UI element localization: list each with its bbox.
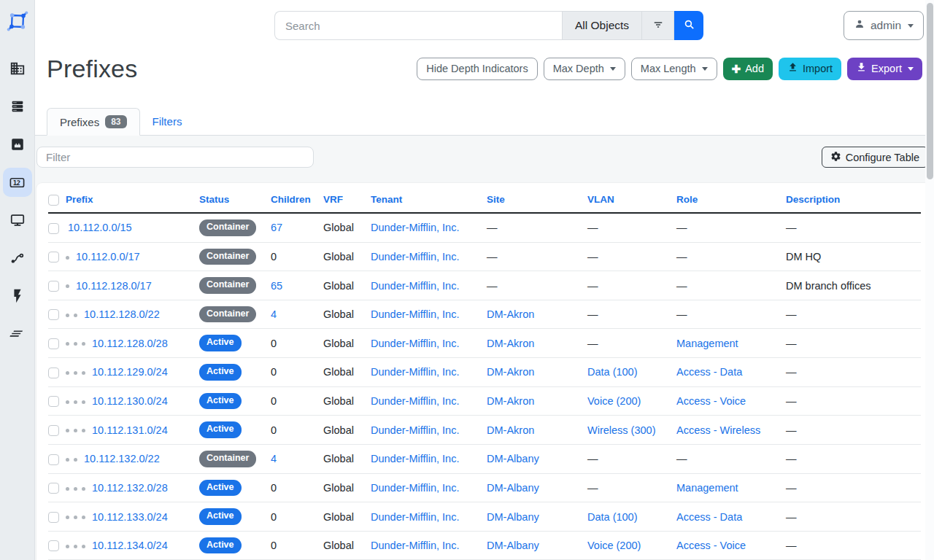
column-header-prefix[interactable]: Prefix [66, 184, 199, 213]
vlan-link[interactable]: Wireless (300) [587, 424, 655, 436]
row-checkbox[interactable] [48, 309, 59, 320]
site-link[interactable]: DM-Akron [487, 338, 534, 349]
row-checkbox[interactable] [48, 223, 59, 234]
column-header-description[interactable]: Description [786, 184, 921, 213]
children-link[interactable]: 67 [271, 222, 282, 233]
column-header-tenant[interactable]: Tenant [371, 184, 487, 213]
row-checkbox[interactable] [48, 512, 59, 523]
tab-filters[interactable]: Filters [140, 107, 195, 135]
children-link[interactable]: 65 [271, 280, 282, 292]
caret-down-icon [908, 24, 914, 28]
role-link[interactable]: Management [676, 482, 738, 494]
prefix-link[interactable]: 10.112.131.0/24 [92, 424, 168, 436]
role-link[interactable]: Access - Voice [676, 395, 746, 407]
prefix-link[interactable]: 10.112.132.0/22 [84, 453, 160, 464]
row-checkbox[interactable] [48, 252, 59, 262]
prefix-link[interactable]: 10.112.129.0/24 [92, 366, 168, 378]
column-header-site[interactable]: Site [487, 184, 587, 213]
site-link[interactable]: DM-Akron [487, 308, 534, 320]
vlan-link[interactable]: Data (100) [587, 511, 638, 523]
tenant-link[interactable]: Dunder-Mifflin, Inc. [371, 511, 459, 523]
scrollbar-thumb[interactable] [927, 3, 933, 179]
prefix-link[interactable]: 10.112.128.0/28 [92, 338, 168, 349]
sidebar-item-connections[interactable] [3, 130, 32, 159]
row-checkbox[interactable] [48, 338, 59, 349]
tab-prefixes[interactable]: Prefixes 83 [47, 108, 140, 136]
search-filter-button[interactable] [642, 11, 674, 40]
tenant-link[interactable]: Dunder-Mifflin, Inc. [371, 308, 459, 320]
site-link[interactable]: DM-Akron [487, 424, 534, 436]
sidebar-item-virtualization[interactable] [3, 206, 32, 235]
tenant-link[interactable]: Dunder-Mifflin, Inc. [371, 251, 459, 262]
sidebar-item-organization[interactable] [3, 54, 32, 83]
column-header-role[interactable]: Role [676, 184, 786, 213]
prefix-link[interactable]: 10.112.128.0/17 [76, 280, 152, 292]
prefix-link[interactable]: 10.112.128.0/22 [84, 308, 160, 320]
site-link[interactable]: DM-Akron [487, 366, 534, 378]
vlan-link[interactable]: Voice (200) [587, 540, 641, 551]
netbox-logo[interactable] [5, 9, 30, 34]
configure-table-button[interactable]: Configure Table [822, 147, 928, 168]
row-checkbox[interactable] [48, 540, 59, 551]
column-header-status[interactable]: Status [199, 184, 271, 213]
site-link[interactable]: DM-Albany [487, 511, 539, 523]
sidebar-item-circuits[interactable] [3, 244, 32, 273]
add-button[interactable]: ✚ Add [723, 58, 773, 80]
row-checkbox[interactable] [48, 483, 59, 494]
prefix-link[interactable]: 10.112.0.0/17 [76, 251, 140, 262]
import-button[interactable]: Import [779, 58, 841, 80]
sidebar-item-ipam[interactable]: 1 2 [3, 168, 32, 197]
search-scope-button[interactable]: All Objects [562, 11, 642, 40]
prefix-link[interactable]: 10.112.0.0/15 [68, 222, 132, 233]
export-dropdown[interactable]: Export [847, 58, 922, 80]
children-link[interactable]: 4 [271, 453, 277, 464]
hide-depth-indicators-button[interactable]: Hide Depth Indicators [417, 58, 537, 80]
depth-dot [74, 342, 77, 346]
tenant-link[interactable]: Dunder-Mifflin, Inc. [371, 482, 459, 494]
tenant-link[interactable]: Dunder-Mifflin, Inc. [371, 222, 459, 233]
vlan-link[interactable]: Voice (200) [587, 395, 641, 407]
max-length-dropdown[interactable]: Max Length [631, 58, 717, 80]
quick-filter-input[interactable] [36, 147, 314, 168]
row-checkbox[interactable] [48, 425, 59, 436]
site-link[interactable]: DM-Albany [487, 453, 539, 464]
role-link[interactable]: Access - Wireless [676, 424, 760, 436]
site-link[interactable]: DM-Albany [487, 482, 539, 494]
prefix-link[interactable]: 10.112.130.0/24 [92, 395, 168, 407]
search-input[interactable] [274, 11, 562, 40]
column-header-vlan[interactable]: VLAN [587, 184, 676, 213]
depth-dot [66, 342, 69, 346]
sidebar-item-provisioning[interactable] [3, 319, 32, 349]
max-depth-dropdown[interactable]: Max Depth [544, 58, 625, 80]
tenant-link[interactable]: Dunder-Mifflin, Inc. [371, 453, 459, 464]
tenant-link[interactable]: Dunder-Mifflin, Inc. [371, 280, 459, 292]
role-link[interactable]: Access - Data [676, 511, 742, 523]
role-link[interactable]: Management [676, 338, 738, 349]
role-link[interactable]: Access - Voice [676, 540, 746, 551]
depth-indicator [66, 453, 82, 464]
site-link[interactable]: DM-Albany [487, 540, 539, 551]
tenant-link[interactable]: Dunder-Mifflin, Inc. [371, 395, 459, 407]
tenant-link[interactable]: Dunder-Mifflin, Inc. [371, 338, 459, 349]
row-checkbox[interactable] [48, 368, 59, 378]
search-submit-button[interactable] [674, 11, 703, 40]
prefix-link[interactable]: 10.112.132.0/28 [92, 482, 168, 494]
tenant-link[interactable]: Dunder-Mifflin, Inc. [371, 424, 459, 436]
select-all-checkbox[interactable] [48, 195, 59, 206]
column-header-children[interactable]: Children [271, 184, 323, 213]
tenant-link[interactable]: Dunder-Mifflin, Inc. [371, 366, 459, 378]
column-header-vrf[interactable]: VRF [323, 184, 371, 213]
prefix-link[interactable]: 10.112.133.0/24 [92, 511, 168, 523]
site-link[interactable]: DM-Akron [487, 395, 534, 407]
row-checkbox[interactable] [48, 281, 59, 292]
row-checkbox[interactable] [48, 454, 59, 465]
user-menu-button[interactable]: admin [844, 11, 924, 40]
sidebar-item-power[interactable] [3, 281, 32, 311]
row-checkbox[interactable] [48, 396, 59, 407]
tenant-link[interactable]: Dunder-Mifflin, Inc. [371, 540, 459, 551]
vlan-link[interactable]: Data (100) [587, 366, 638, 378]
sidebar-item-devices[interactable] [3, 92, 32, 121]
prefix-link[interactable]: 10.112.134.0/24 [92, 540, 168, 551]
children-link[interactable]: 4 [271, 308, 277, 320]
role-link[interactable]: Access - Data [676, 366, 742, 378]
